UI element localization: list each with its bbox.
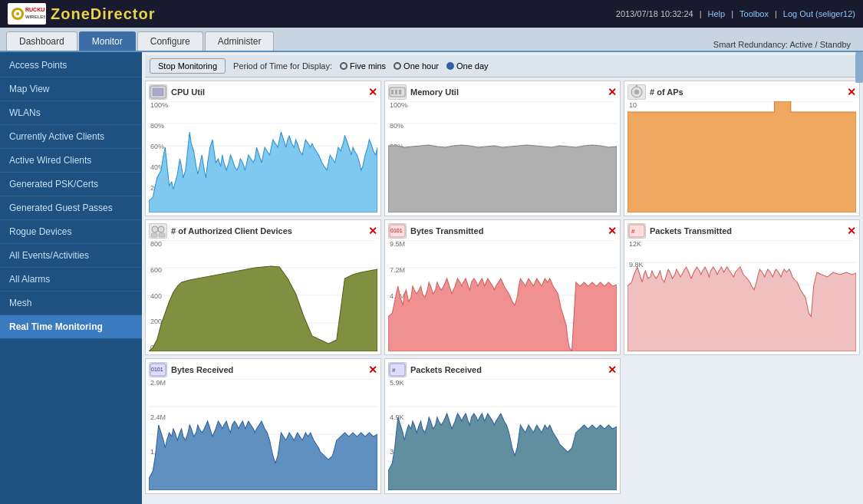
- sidebar-item-rogue-devices[interactable]: Rogue Devices: [0, 220, 142, 244]
- monitor-toolbar: Stop Monitoring Period of Time for Displ…: [145, 55, 860, 77]
- pkts-tx-chart-close[interactable]: ✕: [847, 226, 856, 236]
- svg-text:0101: 0101: [390, 228, 403, 233]
- memory-chart-body: 100%80%60%40%20%0%: [388, 101, 617, 212]
- auth-chart-close[interactable]: ✕: [368, 226, 377, 236]
- svg-marker-78: [388, 413, 617, 490]
- app-header: RUCKUS WIRELESS ZoneDirector 2013/07/18 …: [0, 0, 863, 28]
- cpu-chart-title: CPU Util: [171, 87, 364, 97]
- scrollbar[interactable]: [855, 52, 863, 83]
- radio-label-one-hour: One hour: [404, 61, 439, 71]
- bytes-tx-icon: 0101: [388, 223, 407, 239]
- svg-rect-18: [399, 90, 401, 94]
- chart-pkts-tx: # Packets Transmitted ✕ 12K9.8K7.3K4.9K2…: [624, 219, 860, 355]
- bytes-rx-chart-title: Bytes Received: [171, 365, 364, 374]
- bytes-tx-chart-title: Bytes Transmitted: [410, 226, 604, 236]
- header-right: 2013/07/18 10:32:24 | Help | Toolbox | L…: [616, 9, 855, 18]
- memory-chart-title: Memory Util: [410, 87, 604, 97]
- radio-circle-five-mins: [340, 62, 348, 70]
- memory-chart-close[interactable]: ✕: [608, 87, 617, 97]
- sidebar-item-mesh[interactable]: Mesh: [0, 292, 142, 315]
- sidebar-item-currently-active-clients[interactable]: Currently Active Clients: [0, 125, 142, 149]
- scrollbar-thumb[interactable]: [855, 52, 863, 83]
- stop-monitoring-button[interactable]: Stop Monitoring: [150, 58, 226, 74]
- toolbox-link[interactable]: Toolbox: [739, 9, 769, 18]
- period-radio-group: Five mins One hour One day: [340, 61, 489, 71]
- logo-area: RUCKUS WIRELESS ZoneDirector: [8, 3, 155, 25]
- pkts-rx-icon: #: [388, 362, 407, 377]
- bytes-rx-icon: 0101: [149, 362, 167, 377]
- tab-monitor[interactable]: Monitor: [79, 31, 136, 51]
- chart-memory-util: Memory Util ✕ 100%80%60%40%20%0%: [384, 81, 621, 216]
- sidebar-item-all-alarms[interactable]: All Alarms: [0, 268, 142, 292]
- help-link[interactable]: Help: [708, 9, 726, 18]
- sidebar-item-wlans[interactable]: WLANs: [0, 101, 142, 125]
- radio-one-day[interactable]: One day: [446, 61, 489, 71]
- auth-chart-title: # of Authorized Client Devices: [171, 226, 364, 236]
- svg-text:0101: 0101: [151, 367, 163, 372]
- radio-label-five-mins: Five mins: [350, 61, 386, 71]
- svg-marker-62: [627, 267, 856, 351]
- sidebar-item-all-events[interactable]: All Events/Activities: [0, 244, 142, 268]
- charts-grid: CPU Util ✕ 100%80%60%40%20%0%: [145, 81, 860, 494]
- ap-chart-title: # of APs: [650, 87, 843, 97]
- datetime: 2013/07/18 10:32:24: [616, 9, 693, 18]
- cpu-chart-body: 100%80%60%40%20%0%: [149, 101, 377, 212]
- auth-chart-body: 8006004002000: [149, 240, 377, 351]
- bytes-tx-chart-close[interactable]: ✕: [608, 226, 617, 236]
- chart-pkts-rx: # Packets Received ✕ 5.9K4.9K3.9K2.9K: [384, 358, 621, 494]
- svg-text:RUCKUS: RUCKUS: [25, 7, 45, 12]
- period-label: Period of Time for Display:: [233, 61, 332, 71]
- clients-icon: [149, 223, 167, 239]
- radio-circle-one-day: [446, 62, 454, 70]
- svg-point-27: [634, 90, 639, 94]
- sidebar-item-generated-guest-passes[interactable]: Generated Guest Passes: [0, 196, 142, 220]
- pkts-rx-chart-title: Packets Received: [410, 365, 604, 374]
- svg-marker-35: [627, 101, 856, 212]
- chart-bytes-rx: 0101 Bytes Received ✕ 2.9M2.4M1.9M1.4M: [145, 358, 381, 494]
- tab-administer[interactable]: Administer: [205, 31, 275, 51]
- svg-rect-16: [391, 90, 394, 94]
- tab-dashboard[interactable]: Dashboard: [6, 31, 77, 51]
- svg-point-3: [16, 12, 19, 15]
- ruckus-logo: RUCKUS WIRELESS: [8, 3, 46, 25]
- pkts-tx-chart-body: 12K9.8K7.3K4.9K2.4K0: [627, 240, 856, 351]
- radio-label-one-day: One day: [456, 61, 489, 71]
- sidebar-item-real-time-monitoring[interactable]: Real Time Monitoring: [0, 315, 142, 339]
- bytes-tx-chart-body: 9.5M7.2M4.8M2.4M0: [388, 240, 617, 351]
- radio-one-hour[interactable]: One hour: [394, 61, 439, 71]
- memory-icon: [388, 84, 407, 100]
- bytes-rx-chart-close[interactable]: ✕: [368, 364, 377, 375]
- ap-chart-body: 1086420: [627, 101, 856, 212]
- svg-rect-39: [159, 233, 165, 237]
- svg-point-37: [158, 226, 164, 232]
- cpu-icon: [149, 84, 167, 100]
- app-name: ZoneDirector: [51, 5, 155, 23]
- sidebar-item-active-wired-clients[interactable]: Active Wired Clients: [0, 149, 142, 173]
- pkts-rx-chart-close[interactable]: ✕: [608, 364, 617, 375]
- svg-marker-14: [149, 132, 377, 212]
- radio-five-mins[interactable]: Five mins: [340, 61, 386, 71]
- svg-rect-38: [151, 233, 157, 237]
- pkts-tx-icon: #: [627, 223, 646, 239]
- chart-num-aps: # of APs ✕ 1086420: [624, 81, 860, 216]
- main-layout: Access Points Map View WLANs Currently A…: [0, 52, 863, 504]
- smart-redundancy: Smart Redundancy: Active / Standby: [707, 37, 857, 51]
- svg-marker-45: [149, 266, 377, 351]
- header-left: RUCKUS WIRELESS ZoneDirector: [8, 3, 155, 25]
- svg-marker-25: [388, 145, 617, 212]
- ap-chart-close[interactable]: ✕: [847, 87, 856, 97]
- sidebar-item-access-points[interactable]: Access Points: [0, 54, 142, 77]
- svg-marker-53: [388, 278, 617, 351]
- logout-link[interactable]: Log Out (seliger12): [783, 9, 855, 18]
- svg-marker-70: [149, 421, 377, 490]
- content-area: Stop Monitoring Period of Time for Displ…: [142, 52, 863, 504]
- sidebar-item-generated-psk-certs[interactable]: Generated PSK/Certs: [0, 173, 142, 196]
- tab-configure[interactable]: Configure: [137, 31, 203, 51]
- nav-bar: Dashboard Monitor Configure Administer S…: [0, 28, 863, 52]
- chart-auth-clients: # of Authorized Client Devices ✕ 8006004…: [145, 219, 381, 355]
- cpu-chart-close[interactable]: ✕: [368, 87, 377, 97]
- pkts-rx-chart-body: 5.9K4.9K3.9K2.9K: [388, 379, 617, 490]
- svg-point-36: [152, 226, 158, 232]
- ap-icon: [627, 84, 646, 100]
- sidebar-item-map-view[interactable]: Map View: [0, 77, 142, 101]
